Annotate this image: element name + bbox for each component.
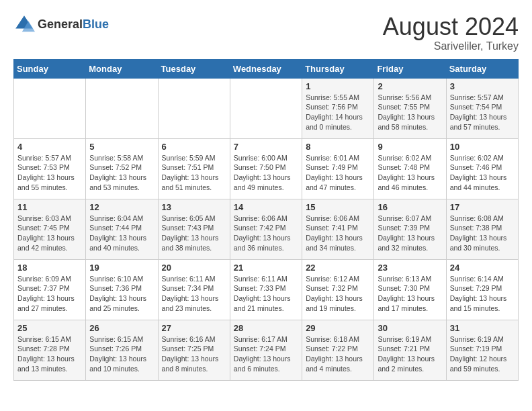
calendar-cell: 21Sunrise: 6:11 AM Sunset: 7:33 PM Dayli…	[230, 259, 302, 320]
calendar-cell: 4Sunrise: 5:57 AM Sunset: 7:53 PM Daylig…	[14, 138, 86, 199]
calendar-cell: 5Sunrise: 5:58 AM Sunset: 7:52 PM Daylig…	[86, 138, 158, 199]
day-info: Sunrise: 6:03 AM Sunset: 7:45 PM Dayligh…	[17, 214, 82, 253]
logo-blue: Blue	[83, 17, 109, 31]
calendar-cell: 15Sunrise: 6:06 AM Sunset: 7:41 PM Dayli…	[302, 199, 374, 259]
day-info: Sunrise: 6:06 AM Sunset: 7:41 PM Dayligh…	[306, 214, 370, 253]
calendar-cell: 9Sunrise: 6:02 AM Sunset: 7:48 PM Daylig…	[374, 138, 446, 199]
calendar-cell: 10Sunrise: 6:02 AM Sunset: 7:46 PM Dayli…	[446, 138, 518, 199]
day-number: 8	[306, 142, 370, 152]
weekday-header-sunday: Sunday	[14, 59, 86, 78]
weekday-header-thursday: Thursday	[302, 59, 374, 78]
day-info: Sunrise: 6:11 AM Sunset: 7:34 PM Dayligh…	[162, 274, 226, 314]
title-block: August 2024 Sariveliler, Turkey	[383, 13, 519, 52]
day-number: 27	[162, 323, 226, 333]
day-number: 30	[378, 323, 442, 333]
calendar-cell	[158, 78, 230, 138]
calendar-cell: 1Sunrise: 5:55 AM Sunset: 7:56 PM Daylig…	[302, 78, 374, 138]
calendar-cell: 31Sunrise: 6:19 AM Sunset: 7:19 PM Dayli…	[446, 320, 518, 380]
day-number: 21	[234, 263, 298, 273]
day-number: 1	[306, 81, 370, 91]
day-number: 16	[378, 202, 442, 212]
calendar-cell: 11Sunrise: 6:03 AM Sunset: 7:45 PM Dayli…	[14, 199, 86, 259]
day-number: 26	[89, 323, 154, 333]
day-info: Sunrise: 6:02 AM Sunset: 7:46 PM Dayligh…	[450, 153, 515, 193]
day-info: Sunrise: 5:57 AM Sunset: 7:53 PM Dayligh…	[17, 153, 82, 193]
weekday-header-monday: Monday	[86, 59, 158, 78]
calendar-cell: 8Sunrise: 6:01 AM Sunset: 7:49 PM Daylig…	[302, 138, 374, 199]
day-info: Sunrise: 6:15 AM Sunset: 7:28 PM Dayligh…	[17, 334, 82, 374]
weekday-header-row: SundayMondayTuesdayWednesdayThursdayFrid…	[14, 59, 519, 78]
day-number: 14	[234, 202, 298, 212]
weekday-header-tuesday: Tuesday	[158, 59, 230, 78]
day-number: 19	[89, 263, 154, 273]
day-info: Sunrise: 6:10 AM Sunset: 7:36 PM Dayligh…	[89, 274, 154, 314]
day-number: 6	[162, 142, 226, 152]
location: Sariveliler, Turkey	[383, 40, 519, 52]
day-info: Sunrise: 5:56 AM Sunset: 7:55 PM Dayligh…	[378, 93, 442, 132]
logo-icon	[13, 13, 35, 35]
day-number: 15	[306, 202, 370, 212]
day-info: Sunrise: 6:19 AM Sunset: 7:21 PM Dayligh…	[378, 334, 442, 374]
day-number: 18	[17, 263, 82, 273]
day-number: 12	[89, 202, 154, 212]
day-number: 5	[89, 142, 154, 152]
day-info: Sunrise: 5:55 AM Sunset: 7:56 PM Dayligh…	[306, 93, 370, 132]
day-info: Sunrise: 6:16 AM Sunset: 7:25 PM Dayligh…	[162, 334, 226, 374]
calendar-cell: 28Sunrise: 6:17 AM Sunset: 7:24 PM Dayli…	[230, 320, 302, 380]
calendar-cell: 18Sunrise: 6:09 AM Sunset: 7:37 PM Dayli…	[14, 259, 86, 320]
day-number: 4	[17, 142, 82, 152]
week-row-2: 4Sunrise: 5:57 AM Sunset: 7:53 PM Daylig…	[14, 138, 519, 199]
day-number: 10	[450, 142, 515, 152]
day-info: Sunrise: 5:57 AM Sunset: 7:54 PM Dayligh…	[450, 93, 515, 132]
day-number: 29	[306, 323, 370, 333]
day-number: 31	[450, 323, 515, 333]
logo: GeneralBlue	[13, 13, 109, 35]
calendar-cell: 2Sunrise: 5:56 AM Sunset: 7:55 PM Daylig…	[374, 78, 446, 138]
weekday-header-friday: Friday	[374, 59, 446, 78]
calendar-cell: 24Sunrise: 6:14 AM Sunset: 7:29 PM Dayli…	[446, 259, 518, 320]
calendar-cell: 29Sunrise: 6:18 AM Sunset: 7:22 PM Dayli…	[302, 320, 374, 380]
day-info: Sunrise: 6:08 AM Sunset: 7:38 PM Dayligh…	[450, 214, 515, 253]
day-info: Sunrise: 6:04 AM Sunset: 7:44 PM Dayligh…	[89, 214, 154, 253]
calendar-cell: 17Sunrise: 6:08 AM Sunset: 7:38 PM Dayli…	[446, 199, 518, 259]
calendar-cell: 26Sunrise: 6:15 AM Sunset: 7:26 PM Dayli…	[86, 320, 158, 380]
calendar-cell: 23Sunrise: 6:13 AM Sunset: 7:30 PM Dayli…	[374, 259, 446, 320]
day-info: Sunrise: 6:07 AM Sunset: 7:39 PM Dayligh…	[378, 214, 442, 253]
calendar-cell: 6Sunrise: 5:59 AM Sunset: 7:51 PM Daylig…	[158, 138, 230, 199]
day-info: Sunrise: 6:13 AM Sunset: 7:30 PM Dayligh…	[378, 274, 442, 314]
week-row-4: 18Sunrise: 6:09 AM Sunset: 7:37 PM Dayli…	[14, 259, 519, 320]
day-info: Sunrise: 6:17 AM Sunset: 7:24 PM Dayligh…	[234, 334, 298, 374]
day-number: 11	[17, 202, 82, 212]
day-info: Sunrise: 6:00 AM Sunset: 7:50 PM Dayligh…	[234, 153, 298, 193]
day-number: 2	[378, 81, 442, 91]
day-number: 3	[450, 81, 515, 91]
day-info: Sunrise: 6:09 AM Sunset: 7:37 PM Dayligh…	[17, 274, 82, 314]
day-number: 17	[450, 202, 515, 212]
calendar-cell: 25Sunrise: 6:15 AM Sunset: 7:28 PM Dayli…	[14, 320, 86, 380]
day-number: 7	[234, 142, 298, 152]
calendar-cell: 30Sunrise: 6:19 AM Sunset: 7:21 PM Dayli…	[374, 320, 446, 380]
day-number: 22	[306, 263, 370, 273]
month-year: August 2024	[383, 13, 519, 40]
day-info: Sunrise: 5:58 AM Sunset: 7:52 PM Dayligh…	[89, 153, 154, 193]
day-info: Sunrise: 6:01 AM Sunset: 7:49 PM Dayligh…	[306, 153, 370, 193]
calendar-cell	[86, 78, 158, 138]
day-number: 23	[378, 263, 442, 273]
day-number: 25	[17, 323, 82, 333]
calendar-cell	[14, 78, 86, 138]
weekday-header-saturday: Saturday	[446, 59, 518, 78]
calendar-cell: 13Sunrise: 6:05 AM Sunset: 7:43 PM Dayli…	[158, 199, 230, 259]
day-info: Sunrise: 6:18 AM Sunset: 7:22 PM Dayligh…	[306, 334, 370, 374]
day-info: Sunrise: 6:12 AM Sunset: 7:32 PM Dayligh…	[306, 274, 370, 314]
calendar-cell: 12Sunrise: 6:04 AM Sunset: 7:44 PM Dayli…	[86, 199, 158, 259]
day-info: Sunrise: 5:59 AM Sunset: 7:51 PM Dayligh…	[162, 153, 226, 193]
day-number: 24	[450, 263, 515, 273]
calendar-cell: 14Sunrise: 6:06 AM Sunset: 7:42 PM Dayli…	[230, 199, 302, 259]
day-info: Sunrise: 6:19 AM Sunset: 7:19 PM Dayligh…	[450, 334, 515, 374]
day-number: 28	[234, 323, 298, 333]
calendar-cell: 19Sunrise: 6:10 AM Sunset: 7:36 PM Dayli…	[86, 259, 158, 320]
calendar-cell: 20Sunrise: 6:11 AM Sunset: 7:34 PM Dayli…	[158, 259, 230, 320]
day-info: Sunrise: 6:11 AM Sunset: 7:33 PM Dayligh…	[234, 274, 298, 314]
day-info: Sunrise: 6:14 AM Sunset: 7:29 PM Dayligh…	[450, 274, 515, 314]
day-number: 13	[162, 202, 226, 212]
